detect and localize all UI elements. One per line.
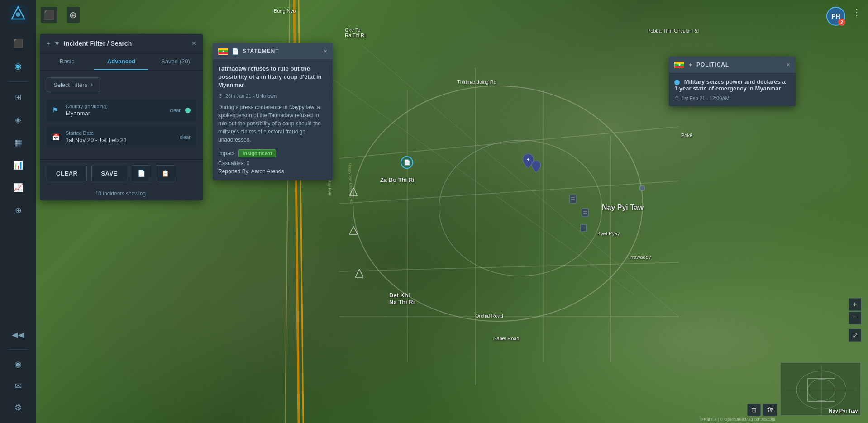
- layers-toggle-button[interactable]: ⊞: [747, 404, 761, 416]
- sidebar-item-settings[interactable]: ⚙: [9, 399, 27, 417]
- save-button[interactable]: SAVE: [91, 166, 127, 181]
- clear-button[interactable]: CLEAR: [47, 166, 87, 181]
- political-close-button[interactable]: ×: [787, 61, 790, 68]
- political-marker-2[interactable]: [532, 161, 541, 174]
- country-filter-clear[interactable]: clear: [170, 108, 181, 113]
- statement-casualties: Casualties: 0: [218, 160, 327, 166]
- date-filter-value: 1st Nov 20 - 1st Feb 21: [66, 137, 175, 143]
- statement-description: During a press conference in Naypyitaw, …: [218, 103, 327, 144]
- sidebar-item-analytics[interactable]: 📊: [9, 156, 27, 174]
- select-filters-add-icon: +: [90, 81, 94, 88]
- sidebar-item-grid[interactable]: ⊞: [9, 88, 27, 106]
- topbar-icons: ⬛ ⊕: [41, 7, 80, 23]
- notification-badge: 2: [838, 19, 845, 26]
- svg-rect-25: [581, 224, 586, 232]
- svg-marker-16: [349, 188, 358, 196]
- impact-label: Impact:: [218, 150, 236, 157]
- date-filter-label: Started Date: [66, 130, 175, 136]
- sidebar-item-window[interactable]: ⬛: [9, 34, 27, 52]
- triangle-marker-1[interactable]: [349, 188, 358, 200]
- filter-close-button[interactable]: ×: [192, 39, 196, 48]
- small-marker[interactable]: [639, 185, 645, 193]
- filter-body: Select Filters + ⚑ Country (Including) M…: [40, 71, 203, 159]
- statement-date: ⏱ 26th Jan 21 - Unknown: [218, 93, 327, 99]
- country-filter-value: Myanmar: [66, 110, 165, 117]
- tab-basic[interactable]: Basic: [40, 53, 94, 70]
- triangle-marker-2[interactable]: [349, 226, 358, 238]
- filter-add-icon[interactable]: +: [47, 40, 50, 47]
- statement-type-icon: 📄: [232, 48, 239, 55]
- doc-marker-1[interactable]: [569, 195, 577, 205]
- political-popup-body: Military seizes power and declares a 1 y…: [669, 73, 796, 106]
- statement-type-label: STATEMENT: [243, 48, 320, 54]
- doc-marker-3[interactable]: [580, 224, 587, 234]
- statement-reported-by: Reported By: Aaron Arends: [218, 168, 327, 175]
- doc-marker-2[interactable]: [582, 208, 589, 219]
- myanmar-flag-statement: [218, 48, 228, 55]
- tab-saved[interactable]: Saved (20): [148, 53, 203, 70]
- sidebar-item-filter[interactable]: ▦: [9, 133, 27, 152]
- filter-count: 10 incidents showing.: [40, 187, 203, 200]
- layer-controls: ⊞ 🗺: [747, 404, 777, 416]
- political-popup-header: ✦ POLITICAL ×: [669, 57, 796, 73]
- select-filters-button[interactable]: Select Filters +: [47, 77, 100, 92]
- date-filter-content: Started Date 1st Nov 20 - 1st Feb 21: [66, 130, 175, 143]
- csv-button[interactable]: 📋: [156, 165, 175, 181]
- mini-map[interactable]: Nay Pyi Taw: [780, 362, 861, 416]
- target-icon[interactable]: ⊕: [67, 7, 80, 23]
- country-filter-icon: ⚑: [52, 106, 61, 114]
- sidebar-item-layers[interactable]: ⊕: [9, 201, 27, 219]
- filter-panel: + ▼ Incident Filter / Search × Basic Adv…: [40, 34, 203, 200]
- csv-icon: 📋: [162, 170, 169, 177]
- country-filter-row: ⚑ Country (Including) Myanmar clear: [47, 99, 196, 121]
- political-type-label: POLITICAL: [696, 62, 783, 68]
- statement-title: Tatmadaw refuses to rule out the possibi…: [218, 65, 327, 90]
- svg-text:✦: ✦: [526, 157, 530, 162]
- political-popup: ✦ POLITICAL × Military seizes power and …: [669, 57, 796, 106]
- zoom-in-button[interactable]: +: [849, 298, 861, 311]
- political-dot: [674, 80, 680, 85]
- country-filter-label: Country (Including): [66, 104, 165, 109]
- svg-rect-22: [582, 209, 588, 217]
- triangle-marker-3[interactable]: [355, 269, 363, 281]
- mini-map-label: Nay Pyi Taw: [829, 408, 858, 413]
- svg-marker-17: [349, 226, 358, 234]
- sidebar-item-trends[interactable]: 📈: [9, 179, 27, 197]
- map-type-button[interactable]: 🗺: [763, 404, 777, 416]
- zoom-out-button[interactable]: −: [849, 312, 861, 324]
- date-filter-clear[interactable]: clear: [180, 134, 191, 140]
- clock-icon: ⏱: [218, 93, 223, 99]
- select-filters-label: Select Filters: [53, 81, 87, 88]
- filter-tabs: Basic Advanced Saved (20): [40, 53, 203, 71]
- pdf-button[interactable]: 📄: [132, 165, 151, 181]
- svg-rect-19: [570, 195, 576, 203]
- statement-popup-header: 📄 STATEMENT ×: [213, 43, 333, 59]
- window-icon[interactable]: ⬛: [41, 7, 57, 23]
- country-filter-content: Country (Including) Myanmar: [66, 104, 165, 117]
- sidebar-item-point[interactable]: ◉: [9, 355, 27, 373]
- sidebar-item-location[interactable]: ◈: [9, 111, 27, 129]
- sidebar-item-messages[interactable]: ✉: [9, 377, 27, 395]
- statement-impact: Impact: Insignificant: [218, 149, 327, 157]
- political-title: Military seizes power and declares a 1 y…: [674, 78, 790, 92]
- sidebar-item-map[interactable]: ◉: [9, 57, 27, 75]
- statement-popup-body: Tatmadaw refuses to rule out the possibi…: [213, 59, 333, 180]
- filter-header: + ▼ Incident Filter / Search ×: [40, 34, 203, 53]
- svg-marker-18: [355, 269, 363, 277]
- statement-close-button[interactable]: ×: [324, 48, 327, 55]
- filter-title: Incident Filter / Search: [64, 40, 188, 47]
- tab-advanced[interactable]: Advanced: [94, 53, 148, 70]
- political-date: ⏱ 1st Feb 21 - 12:00AM: [674, 95, 790, 101]
- avatar-button[interactable]: PH 2: [826, 7, 845, 26]
- statement-popup: 📄 STATEMENT × Tatmadaw refuses to rule o…: [213, 43, 333, 180]
- statement-marker[interactable]: 📄: [401, 156, 413, 169]
- date-filter-row: 📅 Started Date 1st Nov 20 - 1st Feb 21 c…: [47, 126, 196, 148]
- filter-footer: CLEAR SAVE 📄 📋: [40, 159, 203, 187]
- avatar-initials: PH: [831, 13, 840, 20]
- sidebar-item-collapse[interactable]: ◀◀: [9, 326, 27, 344]
- fullscreen-button[interactable]: ⤢: [849, 329, 861, 342]
- svg-point-29: [16, 12, 20, 17]
- app-logo[interactable]: [9, 5, 28, 24]
- more-menu-button[interactable]: ⋮: [852, 7, 861, 18]
- impact-badge: Insignificant: [238, 149, 276, 157]
